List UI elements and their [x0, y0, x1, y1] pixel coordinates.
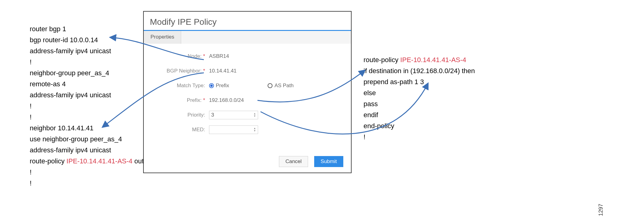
tab-properties[interactable]: Properties	[144, 31, 181, 44]
label-prefix: Prefix: *	[153, 97, 207, 103]
priority-spinner[interactable]: 3 ▲▼	[209, 111, 258, 119]
cfg-line: address-family ipv4 unicast	[30, 145, 144, 156]
cfg-line: address-family ipv4 unicast	[30, 46, 144, 57]
label-priority: Priority:	[153, 112, 207, 118]
label-match-type: Match Type:	[153, 83, 207, 89]
cfg-line: if destination in (192.168.0.0/24) then	[364, 65, 475, 76]
radio-label: AS Path	[274, 83, 293, 89]
cfg-line: !	[30, 101, 144, 112]
spinner-arrows-icon[interactable]: ▲▼	[253, 113, 256, 117]
cfg-line: !	[30, 178, 144, 189]
row-match-type: Match Type: Prefix AS Path	[153, 81, 342, 91]
spinner-arrows-icon[interactable]: ▲▼	[253, 127, 256, 132]
value-bgp-neighbor[interactable]: 10.14.41.41	[207, 68, 342, 74]
form-body: Node: * ASBR14 BGP Neighbor: * 10.14.41.…	[144, 44, 351, 143]
med-spinner[interactable]: ▲▼	[209, 125, 258, 134]
modify-ipe-policy-dialog: Modify IPE Policy Properties Node: * ASB…	[143, 11, 352, 173]
cfg-line: use neighbor-group peer_as_4	[30, 134, 144, 145]
priority-value: 3	[211, 112, 214, 118]
label-text: BGP Neighbor:	[167, 68, 202, 74]
cfg-text: route-policy	[364, 56, 400, 64]
cfg-text: out	[132, 157, 144, 165]
node-value: ASBR14	[209, 53, 229, 59]
value-priority: 3 ▲▼	[207, 111, 342, 119]
cfg-line: bgp router-id 10.0.0.14	[30, 35, 144, 46]
required-marker: *	[203, 53, 205, 59]
route-policy-name: IPE-10.14.41.41-AS-4	[400, 56, 466, 64]
radio-circle-icon	[209, 83, 214, 88]
cfg-line: !	[30, 112, 144, 123]
cancel-button[interactable]: Cancel	[279, 156, 308, 167]
cfg-line: router bgp 1	[30, 24, 144, 35]
bgp-neighbor-value: 10.14.41.41	[209, 68, 237, 74]
radio-aspath[interactable]: AS Path	[268, 83, 293, 89]
row-node: Node: * ASBR14	[153, 51, 342, 61]
cfg-line: !	[30, 167, 144, 178]
cfg-line: !	[364, 132, 475, 143]
cfg-line: neighbor-group peer_as_4	[30, 68, 144, 79]
cfg-line: else	[364, 88, 475, 99]
value-node[interactable]: ASBR14	[207, 53, 342, 59]
cfg-line: !	[30, 57, 144, 68]
label-text: Node:	[188, 53, 201, 59]
label-node: Node: *	[153, 53, 207, 59]
row-priority: Priority: 3 ▲▼	[153, 110, 342, 120]
radio-circle-icon	[268, 83, 272, 88]
required-marker: *	[203, 97, 205, 103]
value-prefix[interactable]: 192.168.0.0/24	[207, 97, 342, 103]
label-bgp-neighbor: BGP Neighbor: *	[153, 68, 207, 74]
dialog-title: Modify IPE Policy	[144, 12, 351, 30]
cfg-line: route-policy IPE-10.14.41.41-AS-4 out	[30, 156, 144, 167]
value-med: ▲▼	[207, 125, 342, 134]
prefix-value: 192.168.0.0/24	[209, 97, 244, 103]
cfg-line: neighbor 10.14.41.41	[30, 123, 144, 134]
cfg-line: end-policy	[364, 121, 475, 132]
row-bgp-neighbor: BGP Neighbor: * 10.14.41.41	[153, 66, 342, 76]
label-med: MED:	[153, 127, 207, 133]
submit-button[interactable]: Submit	[314, 156, 343, 167]
cfg-line: remote-as 4	[30, 79, 144, 90]
left-config-code: router bgp 1 bgp router-id 10.0.0.14 add…	[30, 24, 144, 189]
cfg-line: address-family ipv4 unicast	[30, 90, 144, 101]
figure-id: g301297	[598, 204, 604, 216]
row-prefix: Prefix: * 192.168.0.0/24	[153, 95, 342, 105]
row-med: MED: ▲▼	[153, 125, 342, 135]
route-policy-name: IPE-10.14.41.41-AS-4	[67, 157, 132, 165]
radio-label: Prefix	[216, 83, 229, 89]
radio-prefix[interactable]: Prefix	[209, 83, 229, 89]
cfg-text: route-policy	[30, 157, 67, 165]
label-text: Prefix:	[187, 97, 201, 103]
dialog-footer: Cancel Submit	[279, 156, 343, 167]
tab-bar: Properties	[144, 30, 351, 44]
cfg-line: route-policy IPE-10.14.41.41-AS-4	[364, 54, 475, 65]
required-marker: *	[203, 68, 205, 74]
cfg-line: prepend as-path 1 3	[364, 76, 475, 88]
cfg-line: endif	[364, 110, 475, 121]
cfg-line: pass	[364, 99, 475, 110]
value-match-type: Prefix AS Path	[207, 83, 342, 89]
right-config-code: route-policy IPE-10.14.41.41-AS-4 if des…	[364, 54, 475, 143]
